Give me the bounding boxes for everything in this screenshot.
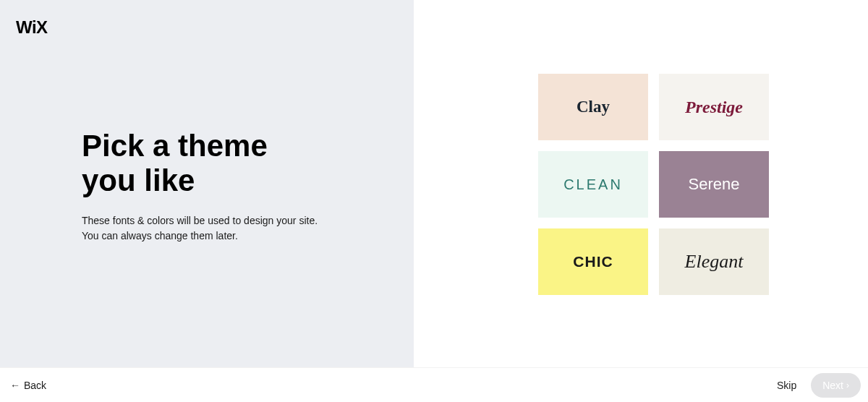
skip-label: Skip [777, 380, 796, 391]
back-label: Back [24, 380, 46, 391]
theme-label: Elegant [685, 251, 744, 273]
theme-label: CLEAN [563, 176, 623, 193]
theme-card-prestige[interactable]: Prestige [659, 74, 769, 140]
theme-label: Clay [576, 98, 610, 116]
theme-label: Prestige [685, 98, 743, 117]
next-label: Next [822, 380, 843, 391]
theme-label: Serene [689, 175, 740, 194]
chevron-right-icon: › [846, 380, 849, 390]
back-button[interactable]: ← Back [7, 375, 49, 395]
page-title: Pick a theme you like [82, 129, 328, 199]
theme-card-clay[interactable]: Clay [538, 74, 648, 140]
skip-button[interactable]: Skip [774, 375, 799, 395]
footer: ← Back Skip Next › [0, 367, 868, 402]
page-subtext: These fonts & colors will be used to des… [82, 213, 328, 244]
theme-card-chic[interactable]: CHIC [538, 228, 648, 295]
next-button[interactable]: Next › [811, 373, 861, 398]
themes-grid: Clay Prestige CLEAN Serene CHIC Elegant [538, 74, 769, 295]
right-panel: Clay Prestige CLEAN Serene CHIC Elegant [414, 0, 868, 367]
theme-card-serene[interactable]: Serene [659, 151, 769, 218]
theme-label: CHIC [573, 253, 613, 270]
left-panel: WiX Pick a theme you like These fonts & … [0, 0, 414, 367]
wix-logo: WiX [16, 17, 48, 38]
theme-card-clean[interactable]: CLEAN [538, 151, 648, 218]
arrow-left-icon: ← [10, 380, 20, 391]
theme-card-elegant[interactable]: Elegant [659, 228, 769, 295]
